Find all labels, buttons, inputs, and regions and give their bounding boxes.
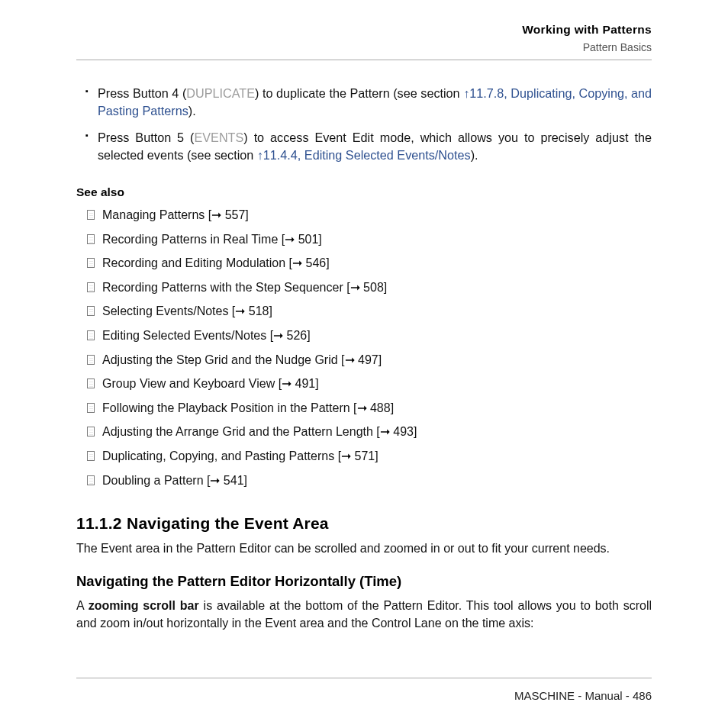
see-also-page: 571] xyxy=(351,449,378,462)
see-also-item[interactable]: Recording Patterns with the Step Sequenc… xyxy=(87,279,652,296)
see-also-title: Selecting Events/Notes [ xyxy=(102,304,235,317)
document-icon xyxy=(87,451,95,461)
see-also-page: 491] xyxy=(292,377,319,390)
arrow-right-icon: ➞ xyxy=(345,353,355,366)
document-icon xyxy=(87,475,95,485)
page: Working with Patterns Pattern Basics Pre… xyxy=(0,0,728,728)
bullet-text-pre: Press Button 5 ( xyxy=(98,130,194,144)
subsection-body-pre: A xyxy=(76,599,89,612)
see-also-page: 493] xyxy=(390,425,417,438)
header-sub: Pattern Basics xyxy=(76,41,652,53)
xref-link[interactable]: ↑11.4.4, Editing Selected Events/Notes xyxy=(257,148,471,162)
see-also-item[interactable]: Following the Playback Position in the P… xyxy=(87,400,652,417)
see-also-item[interactable]: Recording and Editing Modulation [➞ 546] xyxy=(87,255,652,272)
page-header: Working with Patterns Pattern Basics xyxy=(76,23,652,53)
arrow-right-icon: ➞ xyxy=(282,377,292,390)
document-icon xyxy=(87,258,95,268)
see-also-title: Editing Selected Events/Notes [ xyxy=(102,329,273,342)
bullet-text-mid: ) to duplicate the Pattern (see section xyxy=(255,86,463,100)
subsection-body-bold: zooming scroll bar xyxy=(89,599,199,612)
bullet-list: Press Button 4 (DUPLICATE) to duplicate … xyxy=(76,85,652,164)
subsection-heading: Navigating the Pattern Editor Horizontal… xyxy=(76,573,652,590)
list-item: Press Button 4 (DUPLICATE) to duplicate … xyxy=(76,85,652,120)
see-also-page: 541] xyxy=(220,474,247,487)
arrow-right-icon: ➞ xyxy=(285,233,295,246)
see-also-item[interactable]: Group View and Keyboard View [➞ 491] xyxy=(87,375,652,392)
document-icon xyxy=(87,427,95,436)
arrow-right-icon: ➞ xyxy=(350,281,360,294)
see-also-page: 546] xyxy=(302,256,330,269)
see-also-page: 557] xyxy=(221,208,249,221)
see-also-title: Recording Patterns in Real Time [ xyxy=(102,233,285,246)
header-divider xyxy=(76,60,652,60)
see-also-item[interactable]: Recording Patterns in Real Time [➞ 501] xyxy=(87,231,652,248)
arrow-right-icon: ➞ xyxy=(273,329,283,342)
see-also-item[interactable]: Selecting Events/Notes [➞ 518] xyxy=(87,303,652,320)
see-also-item[interactable]: Editing Selected Events/Notes [➞ 526] xyxy=(87,327,652,344)
list-item: Press Button 5 (EVENTS) to access Event … xyxy=(76,129,652,164)
bullet-text-post: ). xyxy=(471,148,478,162)
arrow-right-icon: ➞ xyxy=(235,304,245,317)
see-also-title: Recording and Editing Modulation [ xyxy=(102,256,292,269)
footer-divider xyxy=(76,678,652,678)
see-also-title: Managing Patterns [ xyxy=(102,208,211,221)
see-also-item[interactable]: Managing Patterns [➞ 557] xyxy=(87,207,652,224)
document-icon xyxy=(87,282,95,292)
see-also-item[interactable]: Adjusting the Arrange Grid and the Patte… xyxy=(87,424,652,440)
see-also-title: Adjusting the Step Grid and the Nudge Gr… xyxy=(102,353,345,366)
see-also-heading: See also xyxy=(76,185,652,199)
see-also-page: 501] xyxy=(295,233,322,246)
see-also-title: Adjusting the Arrange Grid and the Patte… xyxy=(102,425,380,438)
see-also-page: 508] xyxy=(360,281,388,294)
see-also-item[interactable]: Adjusting the Step Grid and the Nudge Gr… xyxy=(87,352,652,369)
see-also-title: Group View and Keyboard View [ xyxy=(102,377,282,390)
arrow-right-icon: ➞ xyxy=(292,256,302,269)
section-heading: 11.1.2Navigating the Event Area xyxy=(76,514,652,533)
document-icon xyxy=(87,403,95,413)
footer-text: MASCHINE - Manual - 486 xyxy=(76,689,652,702)
section-body: The Event area in the Pattern Editor can… xyxy=(76,540,652,558)
arrow-right-icon: ➞ xyxy=(380,425,390,438)
see-also-title: Recording Patterns with the Step Sequenc… xyxy=(102,281,350,294)
arrow-right-icon: ➞ xyxy=(210,474,220,487)
see-also-page: 526] xyxy=(283,329,311,342)
arrow-right-icon: ➞ xyxy=(357,401,367,414)
ui-label-duplicate: DUPLICATE xyxy=(186,86,255,100)
page-footer: MASCHINE - Manual - 486 xyxy=(76,678,652,702)
see-also-page: 518] xyxy=(245,304,272,317)
document-icon xyxy=(87,378,95,388)
see-also-title: Following the Playback Position in the P… xyxy=(102,401,357,414)
document-icon xyxy=(87,234,95,244)
document-icon xyxy=(87,355,95,365)
see-also-page: 488] xyxy=(367,401,395,414)
subsection-body: A zooming scroll bar is available at the… xyxy=(76,598,652,632)
bullet-text-pre: Press Button 4 ( xyxy=(98,86,186,100)
section-number: 11.1.2 xyxy=(76,514,127,533)
arrow-right-icon: ➞ xyxy=(211,208,221,221)
see-also-list: Managing Patterns [➞ 557]Recording Patte… xyxy=(87,207,652,488)
section-title: Navigating the Event Area xyxy=(127,514,329,532)
see-also-item[interactable]: Duplicating, Copying, and Pasting Patter… xyxy=(87,448,652,465)
document-icon xyxy=(87,330,95,340)
ui-label-events: EVENTS xyxy=(194,130,243,144)
arrow-right-icon: ➞ xyxy=(341,449,351,462)
header-title: Working with Patterns xyxy=(76,23,652,37)
bullet-text-post: ). xyxy=(188,104,196,118)
see-also-page: 497] xyxy=(355,353,382,366)
document-icon xyxy=(87,210,95,220)
see-also-title: Duplicating, Copying, and Pasting Patter… xyxy=(102,449,341,462)
document-icon xyxy=(87,306,95,316)
see-also-item[interactable]: Doubling a Pattern [➞ 541] xyxy=(87,472,652,489)
see-also-title: Doubling a Pattern [ xyxy=(102,474,210,487)
